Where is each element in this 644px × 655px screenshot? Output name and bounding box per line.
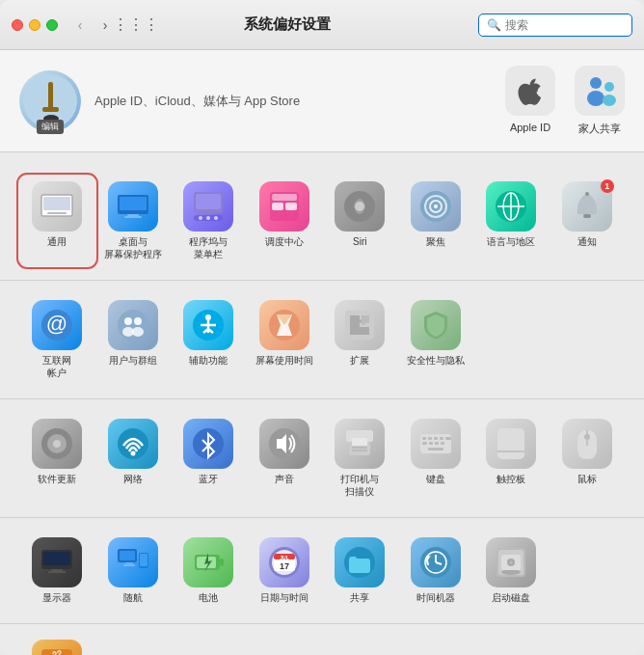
apple-id-label: Apple ID bbox=[510, 122, 550, 133]
battery-label: 电池 bbox=[199, 591, 218, 604]
pref-mouse[interactable]: 鼠标 bbox=[550, 413, 626, 504]
svg-point-7 bbox=[603, 95, 616, 106]
pref-users[interactable]: 用户与群组 bbox=[95, 294, 172, 385]
notification-icon: 1 bbox=[562, 181, 612, 232]
pref-datetime[interactable]: JUL 17 日期与时间 bbox=[247, 532, 323, 610]
screentime-icon bbox=[259, 300, 309, 350]
pref-sound[interactable]: 声音 bbox=[247, 413, 323, 504]
pref-mission-control[interactable]: 调度中心 bbox=[247, 176, 323, 266]
battery-icon bbox=[183, 537, 233, 587]
mission-control-icon bbox=[259, 181, 309, 232]
search-icon: 🔍 bbox=[487, 18, 501, 32]
software-icon bbox=[32, 419, 82, 469]
pref-screentime[interactable]: 屏幕使用时间 bbox=[247, 294, 323, 385]
close-button[interactable] bbox=[12, 19, 23, 31]
pref-printer[interactable]: 打印机与扫描仪 bbox=[322, 413, 398, 504]
bluetooth-label: 蓝牙 bbox=[199, 473, 218, 485]
siri-label: Siri bbox=[353, 235, 366, 248]
display-label: 显示器 bbox=[42, 591, 71, 604]
svg-rect-66 bbox=[352, 450, 367, 451]
pref-extensions[interactable]: 扩展 bbox=[322, 294, 398, 385]
pref-keyboard[interactable]: 键盘 bbox=[398, 413, 474, 504]
pref-focus[interactable]: 聚焦 bbox=[398, 176, 474, 266]
svg-point-36 bbox=[585, 192, 589, 196]
section-3: 软件更新 网络 bbox=[0, 399, 644, 518]
icon-grid-4: 显示器 随航 bbox=[19, 528, 625, 614]
security-icon bbox=[411, 300, 461, 350]
desktop-label: 桌面与屏幕保护程序 bbox=[104, 235, 162, 260]
pref-battery[interactable]: 电池 bbox=[171, 532, 247, 610]
svg-rect-76 bbox=[441, 442, 444, 445]
svg-point-19 bbox=[206, 216, 210, 220]
icon-grid-5: Java bbox=[19, 634, 625, 655]
avatar-container[interactable]: 编辑 bbox=[19, 70, 81, 132]
pref-bluetooth[interactable]: 蓝牙 bbox=[171, 413, 247, 504]
svg-rect-13 bbox=[127, 214, 139, 216]
security-label: 安全性与隐私 bbox=[407, 354, 465, 367]
pref-language[interactable]: 语言与地区 bbox=[473, 176, 550, 266]
screentime-label: 屏幕使用时间 bbox=[255, 354, 313, 367]
pref-dock[interactable]: 程序坞与菜单栏 bbox=[171, 176, 247, 266]
pref-software[interactable]: 软件更新 bbox=[19, 413, 95, 504]
section-2: @ 互联网帐户 用户与群组 bbox=[0, 281, 644, 399]
svg-rect-113 bbox=[41, 649, 72, 655]
sidecar-icon bbox=[108, 537, 158, 587]
printer-icon bbox=[335, 419, 385, 469]
language-label: 语言与地区 bbox=[487, 235, 535, 248]
pref-general[interactable]: 通用 bbox=[19, 176, 95, 266]
pref-display[interactable]: 显示器 bbox=[19, 532, 95, 610]
svg-point-4 bbox=[590, 77, 602, 89]
sharing-label: 共享 bbox=[350, 591, 369, 604]
extensions-icon bbox=[335, 300, 385, 350]
mouse-icon bbox=[562, 419, 612, 469]
pref-startup[interactable]: 启动磁盘 bbox=[473, 532, 550, 610]
pref-timemachine[interactable]: 时间机器 bbox=[398, 532, 474, 610]
icon-grid-1: 通用 桌面与屏幕保护程序 bbox=[19, 172, 625, 270]
timemachine-icon bbox=[411, 537, 461, 587]
pref-desktop[interactable]: 桌面与屏幕保护程序 bbox=[95, 176, 172, 266]
titlebar: ‹ › ⋮⋮⋮ 系统偏好设置 🔍 bbox=[0, 0, 644, 50]
maximize-button[interactable] bbox=[46, 19, 58, 31]
svg-text:JUL: JUL bbox=[280, 555, 288, 560]
minimize-button[interactable] bbox=[29, 19, 40, 31]
pref-notification[interactable]: 1 通知 bbox=[550, 176, 626, 266]
pref-security[interactable]: 安全性与隐私 bbox=[398, 294, 474, 385]
svg-point-56 bbox=[53, 440, 61, 448]
svg-rect-23 bbox=[285, 203, 297, 210]
pref-trackpad[interactable]: 触控板 bbox=[473, 413, 550, 504]
search-box[interactable]: 🔍 bbox=[478, 14, 632, 37]
startup-label: 启动磁盘 bbox=[492, 591, 530, 604]
sidecar-label: 随航 bbox=[123, 591, 143, 604]
apple-id-action[interactable]: Apple ID bbox=[505, 66, 555, 136]
svg-rect-74 bbox=[429, 442, 433, 445]
sharing-icon bbox=[335, 537, 385, 587]
pref-java[interactable]: Java bbox=[19, 634, 95, 655]
section-4: 显示器 随航 bbox=[0, 518, 644, 624]
pref-sharing[interactable]: 共享 bbox=[322, 532, 398, 610]
pref-siri[interactable]: Siri bbox=[322, 176, 398, 266]
svg-point-40 bbox=[124, 317, 132, 325]
edit-badge[interactable]: 编辑 bbox=[37, 120, 64, 134]
pref-accessibility[interactable]: 辅助功能 bbox=[171, 294, 247, 385]
family-icon bbox=[575, 66, 625, 116]
pref-internet[interactable]: @ 互联网帐户 bbox=[19, 294, 95, 385]
profile-description: Apple ID、iCloud、媒体与 App Store bbox=[94, 93, 300, 110]
back-button[interactable]: ‹ bbox=[69, 14, 91, 36]
svg-rect-24 bbox=[272, 194, 297, 201]
svg-rect-87 bbox=[120, 551, 135, 560]
family-logo bbox=[580, 71, 619, 110]
focus-label: 聚焦 bbox=[426, 235, 445, 248]
svg-rect-84 bbox=[51, 569, 63, 571]
svg-rect-89 bbox=[123, 564, 135, 566]
search-input[interactable] bbox=[505, 18, 624, 32]
accessibility-icon bbox=[183, 300, 233, 350]
datetime-label: 日期与时间 bbox=[260, 591, 309, 604]
pref-network[interactable]: 网络 bbox=[95, 413, 172, 504]
svg-rect-71 bbox=[440, 437, 443, 440]
family-sharing-action[interactable]: 家人共享 bbox=[575, 66, 625, 136]
svg-rect-22 bbox=[272, 203, 283, 210]
pref-sidecar[interactable]: 随航 bbox=[95, 532, 172, 610]
timemachine-label: 时间机器 bbox=[416, 591, 455, 604]
keyboard-label: 键盘 bbox=[426, 473, 445, 485]
svg-rect-64 bbox=[352, 438, 367, 446]
